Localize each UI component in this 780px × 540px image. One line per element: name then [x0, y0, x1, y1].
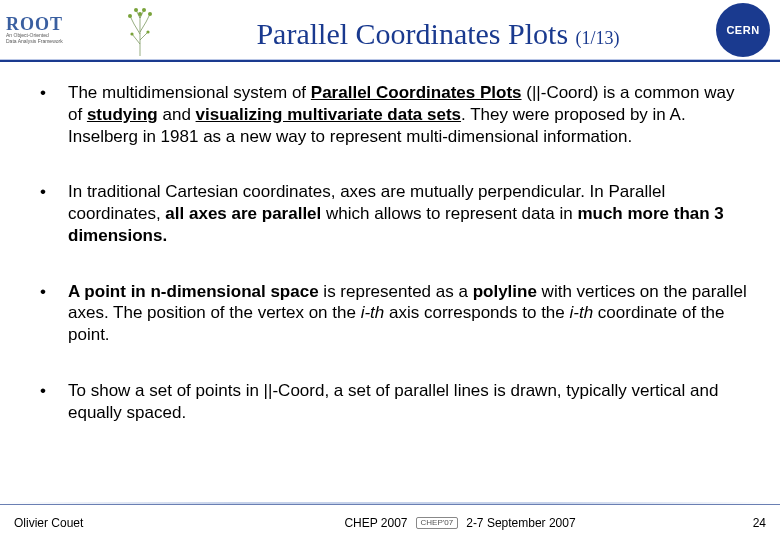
text-segment: is represented as a	[319, 282, 473, 301]
text-segment: i-th	[361, 303, 385, 322]
text-segment: visualizing multivariate data sets	[196, 105, 461, 124]
root-logo-text: ROOT	[6, 15, 63, 33]
text-segment: and	[158, 105, 196, 124]
text-segment: To show a set of points in ||-Coord, a s…	[68, 381, 718, 422]
text-segment: i-th	[570, 303, 594, 322]
slide: ROOT An Object-Oriented Data Analysis Fr…	[0, 0, 780, 540]
text-segment: which allows to represent data in	[321, 204, 577, 223]
bullet-item: A point in n-dimensional space is repres…	[34, 281, 750, 346]
bullet-list: The multidimensional system of Parallel …	[34, 82, 750, 423]
slide-header: ROOT An Object-Oriented Data Analysis Fr…	[0, 0, 780, 62]
slide-title: Parallel Coordinates Plots (1/13)	[160, 9, 716, 51]
slide-title-text: Parallel Coordinates Plots	[256, 17, 568, 50]
text-segment: polyline	[473, 282, 537, 301]
svg-point-2	[134, 8, 138, 12]
svg-point-0	[128, 14, 132, 18]
svg-point-3	[142, 8, 146, 12]
root-tree-icon	[120, 4, 160, 56]
text-segment: A point in n-dimensional space	[68, 282, 319, 301]
footer-dates: 2-7 September 2007	[466, 516, 575, 530]
text-segment: axis corresponds to the	[384, 303, 569, 322]
text-segment: Parallel Coordinates Plots	[311, 83, 522, 102]
slide-footer: Olivier Couet CHEP 2007 CHEP'07 2-7 Sept…	[0, 504, 780, 540]
text-segment: The multidimensional system of	[68, 83, 311, 102]
slide-title-count: (1/13)	[576, 28, 620, 48]
chep-badge-icon: CHEP'07	[416, 517, 459, 529]
bullet-item: The multidimensional system of Parallel …	[34, 82, 750, 147]
text-segment: studying	[87, 105, 158, 124]
footer-center: CHEP 2007 CHEP'07 2-7 September 2007	[214, 516, 706, 530]
root-logo-subtitle-2: Data Analysis Framework	[6, 39, 63, 45]
footer-event: CHEP 2007	[344, 516, 407, 530]
bullet-item: In traditional Cartesian coordinates, ax…	[34, 181, 750, 246]
footer-page-number: 24	[706, 516, 766, 530]
slide-body: The multidimensional system of Parallel …	[0, 62, 780, 504]
bullet-item: To show a set of points in ||-Coord, a s…	[34, 380, 750, 424]
svg-point-6	[146, 30, 149, 33]
svg-point-5	[130, 32, 133, 35]
text-segment: all axes are parallel	[165, 204, 321, 223]
cern-logo-text: CERN	[726, 24, 759, 36]
svg-point-1	[148, 12, 152, 16]
root-logo: ROOT An Object-Oriented Data Analysis Fr…	[0, 0, 120, 61]
svg-point-4	[138, 12, 142, 16]
cern-logo-icon: CERN	[716, 3, 770, 57]
footer-author: Olivier Couet	[14, 516, 214, 530]
